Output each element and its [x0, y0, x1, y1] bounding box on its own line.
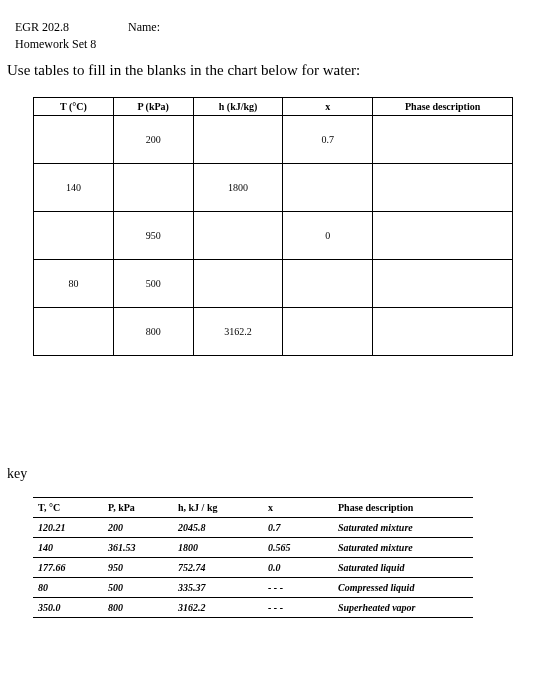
cell: [373, 260, 513, 308]
table-row: 350.0 800 3162.2 - - - Superheated vapor: [33, 598, 473, 618]
table-row: 177.66 950 752.74 0.0 Saturated liquid: [33, 558, 473, 578]
cell: [113, 164, 193, 212]
cell: 1800: [193, 164, 283, 212]
cell: [373, 308, 513, 356]
col-header-h: h (kJ/kg): [193, 98, 283, 116]
cell: 361.53: [103, 538, 173, 558]
cell: [373, 116, 513, 164]
cell: - - -: [263, 578, 333, 598]
cell: [283, 308, 373, 356]
cell: 2045.8: [173, 518, 263, 538]
cell: 0.565: [263, 538, 333, 558]
header-line-1: EGR 202.8 Name:: [15, 20, 534, 35]
cell: [373, 164, 513, 212]
cell: 140: [34, 164, 114, 212]
cell: [34, 308, 114, 356]
key-col-phase: Phase description: [333, 498, 473, 518]
cell: 1800: [173, 538, 263, 558]
table-row: 140 361.53 1800 0.565 Saturated mixture: [33, 538, 473, 558]
cell: - - -: [263, 598, 333, 618]
blank-table-header-row: T (°C) P (kPa) h (kJ/kg) x Phase descrip…: [34, 98, 513, 116]
cell: [193, 260, 283, 308]
cell: 0.7: [283, 116, 373, 164]
cell: 350.0: [33, 598, 103, 618]
cell: 950: [103, 558, 173, 578]
cell: Saturated mixture: [333, 518, 473, 538]
cell: Compressed liquid: [333, 578, 473, 598]
cell: 140: [33, 538, 103, 558]
cell: 200: [103, 518, 173, 538]
cell: 335.37: [173, 578, 263, 598]
col-header-T: T (°C): [34, 98, 114, 116]
table-row: 200 0.7: [34, 116, 513, 164]
table-row: 800 3162.2: [34, 308, 513, 356]
cell: 0.7: [263, 518, 333, 538]
col-header-P: P (kPa): [113, 98, 193, 116]
cell: [283, 260, 373, 308]
cell: 120.21: [33, 518, 103, 538]
cell: 3162.2: [173, 598, 263, 618]
key-table: T, °C P, kPa h, kJ / kg x Phase descript…: [33, 497, 473, 618]
cell: 80: [34, 260, 114, 308]
header-line-2: Homework Set 8: [15, 37, 534, 52]
cell: 752.74: [173, 558, 263, 578]
cell: Saturated mixture: [333, 538, 473, 558]
table-row: 140 1800: [34, 164, 513, 212]
table-row: 120.21 200 2045.8 0.7 Saturated mixture: [33, 518, 473, 538]
blank-table: T (°C) P (kPa) h (kJ/kg) x Phase descrip…: [33, 97, 513, 356]
cell: Superheated vapor: [333, 598, 473, 618]
cell: [34, 212, 114, 260]
cell: Saturated liquid: [333, 558, 473, 578]
cell: [193, 212, 283, 260]
cell: 200: [113, 116, 193, 164]
cell: [373, 212, 513, 260]
table-row: 950 0: [34, 212, 513, 260]
cell: 0.0: [263, 558, 333, 578]
cell: 80: [33, 578, 103, 598]
table-row: 80 500: [34, 260, 513, 308]
cell: 500: [113, 260, 193, 308]
cell: [34, 116, 114, 164]
table-row: 80 500 335.37 - - - Compressed liquid: [33, 578, 473, 598]
cell: [283, 164, 373, 212]
key-col-h: h, kJ / kg: [173, 498, 263, 518]
key-col-P: P, kPa: [103, 498, 173, 518]
cell: 800: [113, 308, 193, 356]
cell: 3162.2: [193, 308, 283, 356]
cell: 800: [103, 598, 173, 618]
col-header-phase: Phase description: [373, 98, 513, 116]
cell: [193, 116, 283, 164]
course-code: EGR 202.8: [15, 20, 125, 35]
key-col-T: T, °C: [33, 498, 103, 518]
name-label: Name:: [128, 20, 160, 34]
key-col-x: x: [263, 498, 333, 518]
cell: 950: [113, 212, 193, 260]
key-table-header-row: T, °C P, kPa h, kJ / kg x Phase descript…: [33, 498, 473, 518]
cell: 500: [103, 578, 173, 598]
cell: 177.66: [33, 558, 103, 578]
instruction-text: Use tables to fill in the blanks in the …: [7, 62, 534, 79]
col-header-x: x: [283, 98, 373, 116]
cell: 0: [283, 212, 373, 260]
key-label: key: [7, 466, 534, 482]
